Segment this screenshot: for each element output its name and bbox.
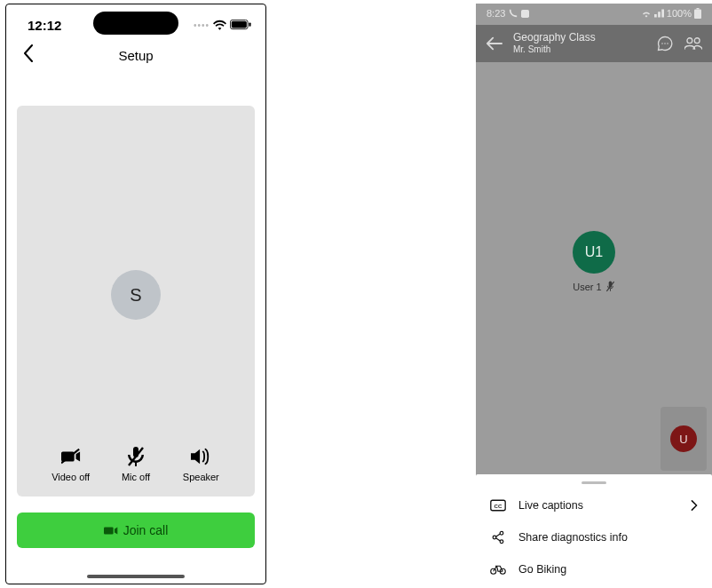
call-title: Geography Class xyxy=(513,32,646,44)
android-time: 8:23 xyxy=(487,8,505,19)
svg-rect-2 xyxy=(249,22,250,26)
mic-muted-icon xyxy=(605,281,615,292)
signal-icon xyxy=(654,9,664,18)
sheet-item-label: Share diagnostics info xyxy=(518,531,628,544)
video-toggle[interactable]: Video off xyxy=(44,447,98,482)
mic-off-icon xyxy=(126,447,146,466)
svg-line-20 xyxy=(496,534,501,536)
sheet-drag-handle[interactable] xyxy=(581,481,606,484)
page-title: Setup xyxy=(118,48,153,63)
self-avatar-initial: S xyxy=(130,285,141,306)
camera-preview: S Video off Mic off Speaker xyxy=(17,106,255,497)
battery-text: 100% xyxy=(667,8,692,19)
self-pip-avatar-text: U xyxy=(679,433,687,446)
sheet-item-label: Go Biking xyxy=(518,563,566,576)
ios-nav-header: Setup xyxy=(6,40,265,70)
cellular-dots-icon: •••• xyxy=(194,20,210,30)
svg-point-10 xyxy=(667,43,668,44)
svg-text:CC: CC xyxy=(494,503,502,509)
participant-avatar: U1 xyxy=(573,231,615,274)
battery-icon xyxy=(694,8,701,19)
closed-captions-icon: CC xyxy=(490,497,506,513)
android-status-bar: 8:23 100% xyxy=(476,4,712,23)
sheet-item-share-diagnostics[interactable]: Share diagnostics info xyxy=(476,521,712,553)
sheet-item-live-captions[interactable]: CC Live captions xyxy=(476,489,712,521)
sheet-item-label: Live captions xyxy=(518,499,583,512)
self-view-pip[interactable]: U xyxy=(661,407,707,471)
audio-output-label: Speaker xyxy=(183,472,219,482)
sheet-item-go-biking[interactable]: Go Biking xyxy=(476,553,712,584)
ios-status-right: •••• xyxy=(194,20,251,30)
svg-line-21 xyxy=(496,538,501,541)
svg-rect-1 xyxy=(232,21,247,28)
back-button[interactable] xyxy=(19,44,38,63)
chevron-left-icon xyxy=(22,44,35,62)
join-call-label: Join call xyxy=(123,523,169,537)
people-icon xyxy=(684,36,702,51)
participant-name: User 1 xyxy=(573,282,601,292)
android-phone-frame: 8:23 100% xyxy=(476,4,712,584)
home-indicator xyxy=(87,575,185,578)
ios-status-bar: 12:12 •••• xyxy=(6,12,265,38)
bottom-sheet: CC Live captions Share diagnostics info … xyxy=(476,474,712,584)
battery-icon xyxy=(230,20,251,30)
svg-point-11 xyxy=(687,38,692,44)
phone-status-icon xyxy=(509,9,518,18)
ios-phone-frame: 12:12 •••• Setup S Video off xyxy=(5,4,266,584)
self-pip-avatar: U xyxy=(670,425,697,452)
svg-rect-5 xyxy=(521,10,529,18)
svg-rect-6 xyxy=(694,10,701,20)
bike-icon xyxy=(490,561,506,577)
share-icon xyxy=(490,529,506,545)
wifi-calling-icon xyxy=(641,9,652,18)
join-call-button[interactable]: Join call xyxy=(17,513,255,548)
svg-point-9 xyxy=(664,43,666,44)
self-avatar: S xyxy=(111,270,161,320)
speaker-icon xyxy=(191,447,210,466)
svg-point-8 xyxy=(661,43,663,44)
call-header: Geography Class Mr. Smith xyxy=(476,25,712,62)
video-toggle-label: Video off xyxy=(51,472,90,482)
audio-output-toggle[interactable]: Speaker xyxy=(174,447,227,482)
participant-avatar-text: U1 xyxy=(585,244,603,260)
arrow-left-icon xyxy=(487,36,502,51)
svg-point-12 xyxy=(694,38,700,44)
mic-toggle-label: Mic off xyxy=(122,472,150,482)
video-off-icon xyxy=(61,447,81,466)
video-call-icon xyxy=(104,525,118,536)
ios-notch xyxy=(93,12,178,35)
participant-tile: U1 User 1 xyxy=(573,231,615,292)
participants-button[interactable] xyxy=(684,34,703,53)
call-setup-controls: Video off Mic off Speaker xyxy=(17,447,255,482)
ios-time: 12:12 xyxy=(28,18,61,33)
call-subtitle: Mr. Smith xyxy=(513,44,646,55)
wifi-icon xyxy=(213,20,226,30)
svg-rect-7 xyxy=(697,8,700,10)
call-titles: Geography Class Mr. Smith xyxy=(513,32,646,54)
back-button[interactable] xyxy=(485,34,504,53)
chat-button[interactable] xyxy=(655,34,675,53)
chat-bubble-icon xyxy=(657,36,673,52)
mic-toggle[interactable]: Mic off xyxy=(109,447,162,482)
chevron-right-icon xyxy=(691,500,698,511)
notification-icon xyxy=(521,10,529,18)
